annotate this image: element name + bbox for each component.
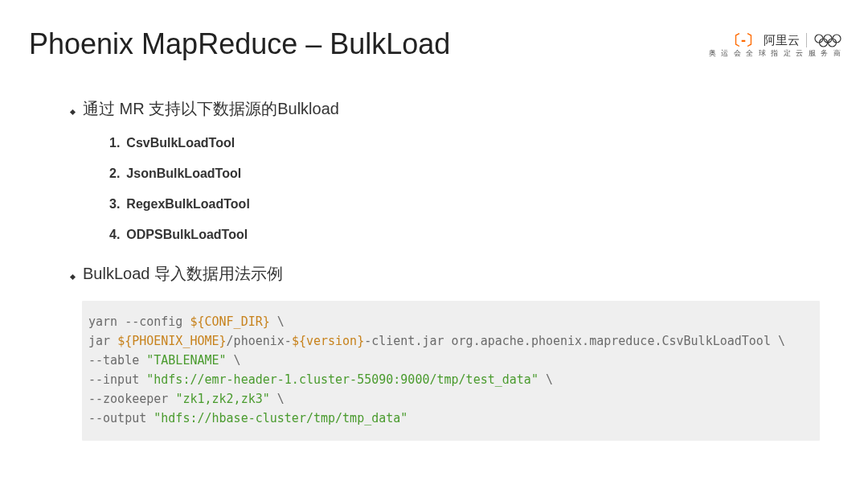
code-text: yarn --config <box>88 314 190 329</box>
code-text: \ <box>227 353 241 368</box>
page-title: Phoenix MapReduce – BulkLoad <box>29 27 450 61</box>
code-example: yarn --config ${CONF_DIR} \ jar ${PHOENI… <box>82 301 820 441</box>
code-text: --input <box>88 372 146 387</box>
list-item: 3. RegexBulkLoadTool <box>109 197 820 212</box>
list-number: 2. <box>109 166 120 181</box>
code-text: \ <box>270 314 285 329</box>
code-string: "hdfs://hbase-cluster/tmp/tmp_data" <box>154 411 407 425</box>
code-text: \ <box>538 372 553 387</box>
code-variable: ${CONF_DIR} <box>190 314 269 329</box>
code-text: --output <box>88 411 154 425</box>
brand-tagline: 奥 运 会 全 球 指 定 云 服 务 商 <box>709 48 842 59</box>
tool-name: CsvBulkLoadTool <box>126 136 235 150</box>
list-number: 1. <box>109 136 120 150</box>
code-text: --zookeeper <box>88 392 175 406</box>
list-number: 4. <box>109 228 120 242</box>
tool-name: ODPSBulkLoadTool <box>126 228 248 242</box>
bullet-section-1: 通过 MR 支持以下数据源的Bulkload <box>71 98 820 120</box>
aliyun-text: 阿里云 <box>764 33 800 48</box>
code-text: -client.jar org.apache.phoenix.mapreduce… <box>364 334 785 348</box>
bullet-icon <box>70 109 76 115</box>
code-string: "zk1,zk2,zk3" <box>175 392 269 406</box>
code-text: --table <box>88 353 146 368</box>
tool-name: RegexBulkLoadTool <box>126 197 250 212</box>
code-variable: ${version} <box>292 334 364 348</box>
code-text: jar <box>88 334 117 348</box>
list-number: 3. <box>109 197 120 212</box>
aliyun-logo: 〔-〕 阿里云 <box>727 31 800 50</box>
brand-logo: 〔-〕 阿里云 <box>727 31 842 50</box>
section1-heading: 通过 MR 支持以下数据源的Bulkload <box>83 98 339 120</box>
code-variable: ${PHOENIX_HOME} <box>117 334 226 348</box>
list-item: 2. JsonBulkLoadTool <box>109 166 820 181</box>
logo-divider <box>806 33 807 47</box>
code-string: "hdfs://emr-header-1.cluster-55090:9000/… <box>146 372 538 387</box>
code-string: "TABLENAME" <box>146 353 226 368</box>
olympic-rings-icon <box>813 33 842 47</box>
tool-name: JsonBulkLoadTool <box>126 166 241 181</box>
aliyun-bracket-icon: 〔-〕 <box>727 31 760 50</box>
section2-heading: BulkLoad 导入数据用法示例 <box>83 263 283 285</box>
content-area: 通过 MR 支持以下数据源的Bulkload 1. CsvBulkLoadToo… <box>71 98 820 441</box>
tool-list: 1. CsvBulkLoadTool 2. JsonBulkLoadTool 3… <box>109 136 820 242</box>
code-text: /phoenix- <box>227 334 292 348</box>
bullet-icon <box>70 274 76 280</box>
bullet-section-2: BulkLoad 导入数据用法示例 <box>71 263 820 285</box>
list-item: 4. ODPSBulkLoadTool <box>109 228 820 242</box>
list-item: 1. CsvBulkLoadTool <box>109 136 820 150</box>
code-text: \ <box>270 392 285 406</box>
